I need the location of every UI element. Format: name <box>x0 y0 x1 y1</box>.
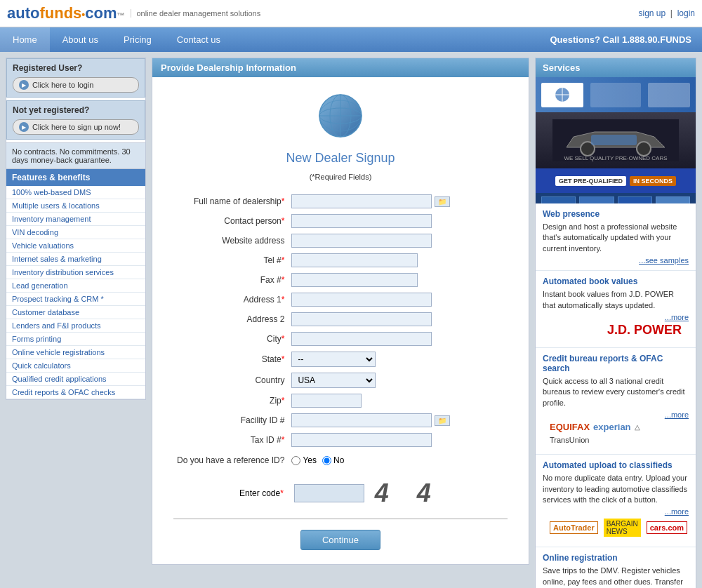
play-icon: ▶ <box>19 80 29 90</box>
tel-input[interactable] <box>291 253 418 267</box>
online-registration-desc: Save trips to the DMV. Register vehicles… <box>543 566 689 588</box>
feature-item[interactable]: 100% web-based DMS <box>6 186 145 199</box>
top-links: sign up | login <box>638 8 695 18</box>
main-layout: Registered User? ▶ Click here to login N… <box>0 52 702 588</box>
nav-contact[interactable]: Contact us <box>164 27 233 52</box>
book-values-more[interactable]: ...more <box>543 313 689 321</box>
address2-input[interactable] <box>291 312 432 326</box>
transunion-separator: △ <box>635 423 640 431</box>
city-label: City* <box>173 329 288 349</box>
nav-bar: Home About us Pricing Contact us Questio… <box>0 27 702 52</box>
classifieds-logos: AutoTrader BARGAIN NEWS cars.com <box>543 516 689 541</box>
autotrader-logo: AutoTrader <box>550 521 598 534</box>
feature-item[interactable]: Online vehicle registrations <box>6 346 145 359</box>
signup-link[interactable]: sign up <box>638 8 665 18</box>
web-presence-more[interactable]: ...see samples <box>543 256 689 265</box>
tel-label: Tel #* <box>173 250 288 270</box>
services-mini-row: AUTO DMS CRM F&I <box>536 193 696 203</box>
tax-id-input[interactable] <box>291 433 432 447</box>
zip-label: Zip* <box>173 391 288 410</box>
reference-yes-radio[interactable] <box>291 456 300 465</box>
reference-no-label[interactable]: No <box>322 455 344 465</box>
state-select[interactable]: -- ALAKAZAR CACOCTFL GAILTXNY <box>291 352 376 367</box>
services-panel: Services <box>535 58 696 588</box>
logo: autofunds•com™ <box>7 4 125 22</box>
reference-yes-label[interactable]: Yes <box>291 455 317 465</box>
nav-home[interactable]: Home <box>0 27 50 52</box>
sidebar: Registered User? ▶ Click here to login N… <box>6 58 146 400</box>
services-image-block: WE SELL QUALITY PRE-OWNED CARS GET PRE-Q… <box>536 77 696 203</box>
web-presence-block: Web presence Design and host a professio… <box>536 203 696 271</box>
address2-label: Address 2 <box>173 309 288 329</box>
registered-title: Registered User? <box>13 63 139 73</box>
reference-no-text: No <box>333 455 344 465</box>
main-content-header: Provide Dealership Information <box>152 58 529 77</box>
feature-item[interactable]: Inventory management <box>6 213 145 226</box>
nav-about[interactable]: About us <box>50 27 111 52</box>
full-name-input[interactable] <box>291 194 432 208</box>
signup-now-button[interactable]: ▶ Click here to sign up now! <box>13 119 139 135</box>
logo-tagline: online dealer management solutions <box>131 9 261 18</box>
classifieds-block: Automated upload to classifieds No more … <box>536 455 696 547</box>
book-values-desc: Instant book values from J.D. POWER that… <box>543 289 689 311</box>
zip-input[interactable] <box>291 394 362 408</box>
logo-tm: ™ <box>117 11 125 20</box>
cars-logo: cars.com <box>647 521 687 534</box>
book-values-title: Automated book values <box>543 276 689 286</box>
bargain-news-logo: BARGAIN NEWS <box>604 519 641 537</box>
country-select[interactable]: USA Canada <box>291 373 376 388</box>
online-registration-title: Online registration <box>543 553 689 563</box>
signup-btn-label: Click here to sign up now! <box>32 123 121 131</box>
classifieds-more[interactable]: ...more <box>543 507 689 516</box>
feature-item[interactable]: Multiple users & locations <box>6 199 145 213</box>
facility-id-browse-btn[interactable]: 📁 <box>435 415 450 426</box>
feature-item[interactable]: Customer database <box>6 306 145 319</box>
feature-item[interactable]: Forms printing <box>6 333 145 346</box>
nav-pricing[interactable]: Pricing <box>111 27 164 52</box>
reference-no-radio[interactable] <box>322 456 331 465</box>
main-content-body: New Dealer Signup (*Required Fields) Ful… <box>152 77 529 564</box>
classifieds-desc: No more duplicate data entry. Upload you… <box>543 473 689 505</box>
feature-item[interactable]: Qualified credit applications <box>6 373 145 386</box>
feature-item[interactable]: Inventory distribution services <box>6 266 145 279</box>
login-button[interactable]: ▶ Click here to login <box>13 77 139 93</box>
login-link[interactable]: login <box>677 8 695 18</box>
logo-dot: • <box>81 9 85 20</box>
website-input[interactable] <box>291 234 432 248</box>
continue-button[interactable]: Continue <box>300 530 380 550</box>
contact-person-input[interactable] <box>291 214 432 228</box>
credit-bureau-more[interactable]: ...more <box>543 410 689 419</box>
top-bar: autofunds•com™ online dealer management … <box>0 0 702 27</box>
top-link-separator: | <box>670 8 673 18</box>
feature-item[interactable]: Lenders and F&I products <box>6 319 145 333</box>
feature-item[interactable]: VIN decoding <box>6 226 145 239</box>
reference-yes-text: Yes <box>303 455 317 465</box>
book-values-block: Automated book values Instant book value… <box>536 271 696 348</box>
feature-item[interactable]: Prospect tracking & CRM * <box>6 293 145 306</box>
tax-id-label: Tax ID #* <box>173 430 288 450</box>
feature-item[interactable]: Quick calculators <box>6 359 145 373</box>
contact-person-label: Contact person* <box>173 211 288 231</box>
full-name-browse-btn[interactable]: 📁 <box>435 196 450 207</box>
svg-rect-12 <box>591 135 637 145</box>
feature-item[interactable]: Internet sales & marketing <box>6 253 145 266</box>
nav-phone: Questions? Call 1.888.90.FUNDS <box>550 34 702 45</box>
address1-input[interactable] <box>291 293 432 307</box>
facility-id-input[interactable] <box>291 413 432 427</box>
full-name-label: Full name of dealership* <box>173 192 288 211</box>
feature-item[interactable]: Credit reports & OFAC checks <box>6 386 145 399</box>
facility-id-label: Facility ID # <box>173 410 288 430</box>
feature-item[interactable]: Vehicle valuations <box>6 239 145 253</box>
credit-logos: EQUIFAX experian △ TransUnion <box>543 419 689 448</box>
captcha-input[interactable] <box>294 484 364 502</box>
feature-item[interactable]: Lead generation <box>6 279 145 293</box>
signup-form: Full name of dealership* 📁 Contact perso… <box>173 192 508 468</box>
globe-icon <box>316 91 365 140</box>
reference-label: Do you have a reference ID? <box>173 450 288 468</box>
city-input[interactable] <box>291 332 432 346</box>
features-title: Features & benefits <box>6 169 145 186</box>
not-registered-title: Not yet registered? <box>13 105 139 115</box>
captcha-label: Enter code* <box>239 488 284 498</box>
fax-input[interactable] <box>291 273 418 287</box>
credit-bureau-title: Credit bureau reports & OFAC search <box>543 354 689 373</box>
